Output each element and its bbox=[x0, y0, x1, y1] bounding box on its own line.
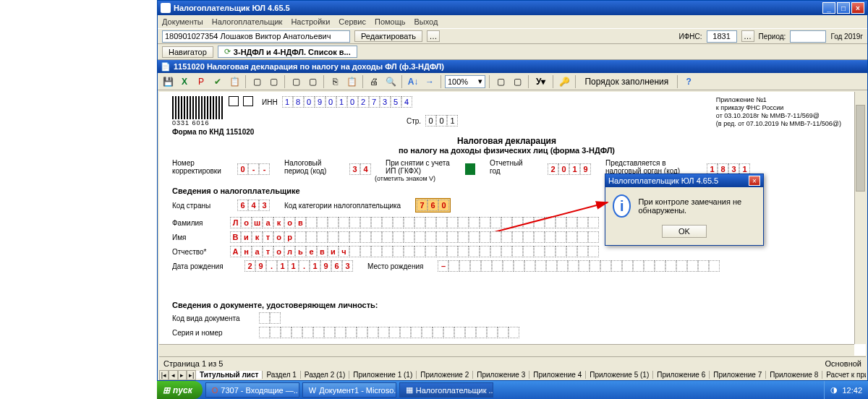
tab-prev-button[interactable]: ◂ bbox=[169, 370, 178, 380]
task-2[interactable]: WДокумент1 - Microso... bbox=[302, 382, 396, 398]
copy-icon[interactable]: ⎘ bbox=[328, 74, 342, 89]
country-value[interactable]: 643 bbox=[237, 200, 270, 211]
doc-icon: 📄 bbox=[161, 62, 171, 72]
menu-help[interactable]: Помощь bbox=[375, 17, 406, 26]
excel-icon[interactable]: X bbox=[177, 74, 192, 89]
tool-d-icon[interactable]: ▢ bbox=[305, 74, 320, 89]
menu-exit[interactable]: Выход bbox=[414, 17, 438, 26]
ip-checkbox[interactable] bbox=[465, 163, 475, 175]
tab-last-button[interactable]: ▸| bbox=[187, 370, 196, 380]
tool-c-icon[interactable]: ▢ bbox=[289, 74, 303, 89]
ok-button[interactable]: OK bbox=[662, 225, 707, 238]
sheet-tab[interactable]: Приложение 4 bbox=[529, 371, 586, 379]
zoom-select[interactable]: 100%▾ bbox=[445, 75, 485, 88]
print-icon[interactable]: 🖨 bbox=[367, 74, 381, 89]
app-task-icon: ▦ bbox=[406, 385, 413, 395]
opera-icon: O bbox=[212, 386, 218, 395]
edit-button[interactable]: Редактировать bbox=[354, 30, 422, 42]
checkbox-1[interactable] bbox=[229, 96, 239, 106]
dialog-close-button[interactable]: × bbox=[749, 176, 760, 186]
doc-toolbar: 💾 X Р ✔ 📋 ▢ ▢ ▢ ▢ ⎘ 📋 🖨 🔍 A↓ → 100%▾ ▢ ▢… bbox=[158, 73, 867, 90]
tab-next-button[interactable]: ▸ bbox=[178, 370, 187, 380]
menu-taxpayer[interactable]: Налогоплательщик bbox=[212, 17, 283, 26]
cat-label: Код категории налогоплательщика bbox=[284, 202, 401, 210]
infobar: Редактировать … ИФНС: … Период: Год 2019… bbox=[158, 28, 867, 44]
docsn-value[interactable] bbox=[259, 327, 519, 338]
patr-value[interactable]: Анатольевич bbox=[230, 246, 599, 257]
navigator-button[interactable]: Навигатор bbox=[162, 46, 213, 58]
pob-value[interactable]: – bbox=[438, 260, 720, 272]
system-tray[interactable]: ◑ 12:42 bbox=[824, 381, 868, 399]
sheet-tab[interactable]: Приложение 8 bbox=[766, 371, 822, 379]
key-icon[interactable]: 🔑 bbox=[557, 74, 571, 89]
year-value[interactable]: 2019 bbox=[548, 163, 591, 175]
organ-label: Представляется в налоговый орган (код) bbox=[605, 159, 692, 175]
horizontal-scrollbar[interactable] bbox=[159, 344, 854, 356]
menu-settings[interactable]: Настройки bbox=[291, 17, 330, 26]
name-label: Имя bbox=[172, 233, 230, 241]
cfg1-icon[interactable]: ▢ bbox=[493, 74, 508, 89]
dob-value[interactable]: 29.11.1963 bbox=[244, 260, 353, 272]
sheet-tab[interactable]: Приложение 5 (1) bbox=[586, 371, 653, 379]
checkbox-2[interactable] bbox=[243, 96, 253, 106]
sheet-tab[interactable]: Расчет к прил.1 bbox=[822, 371, 866, 379]
help-icon[interactable]: ? bbox=[681, 74, 696, 89]
tool-b-icon[interactable]: ▢ bbox=[266, 74, 281, 89]
sheet-tab[interactable]: Раздел 1 bbox=[263, 371, 300, 379]
refresh-icon[interactable]: Р bbox=[194, 74, 208, 89]
sheet-tab[interactable]: Приложение 1 (1) bbox=[349, 371, 417, 379]
sheet-tab[interactable]: Титульный лист bbox=[196, 371, 263, 379]
taxpayer-more-button[interactable]: … bbox=[427, 30, 440, 42]
sheet-tab[interactable]: Приложение 3 bbox=[473, 371, 529, 379]
corr-label: Номер корректировки bbox=[172, 159, 223, 175]
task-1[interactable]: O7307 - Входящие —... bbox=[205, 382, 299, 398]
vertical-scrollbar[interactable] bbox=[854, 92, 866, 344]
close-button[interactable]: × bbox=[851, 2, 864, 14]
statusbar: Страница 1 из 5 Основной bbox=[159, 356, 866, 369]
taxpayer-field[interactable] bbox=[162, 30, 350, 43]
paste-icon[interactable]: 📋 bbox=[344, 74, 359, 89]
nav-tab-label: 3-НДФЛ и 4-НДФЛ. Список в... bbox=[234, 48, 351, 56]
clock: 12:42 bbox=[842, 386, 862, 395]
taxperiod-label: Налоговый период (код) bbox=[284, 159, 335, 175]
patr-label: Отчество* bbox=[172, 248, 230, 256]
tab-first-button[interactable]: |◂ bbox=[159, 370, 169, 380]
surname-value[interactable]: Лошаков bbox=[230, 217, 599, 228]
cfg2-icon[interactable]: ▢ bbox=[510, 74, 524, 89]
fill-order-button[interactable]: Порядок заполнения bbox=[579, 74, 673, 89]
period-field[interactable] bbox=[790, 30, 826, 43]
surname-label: Фамилия bbox=[172, 219, 230, 227]
stamp-icon[interactable]: 📋 bbox=[227, 74, 242, 89]
sheet-tab[interactable]: Приложение 6 bbox=[653, 371, 710, 379]
actions-button[interactable]: У ▾ bbox=[532, 74, 549, 89]
doccode-value[interactable] bbox=[259, 312, 281, 324]
ifns-field[interactable] bbox=[707, 30, 737, 43]
doccode-label: Код вида документа bbox=[172, 314, 259, 322]
maximize-button[interactable]: □ bbox=[837, 2, 850, 14]
year-label: Год 2019г bbox=[830, 33, 863, 40]
menu-documents[interactable]: Документы bbox=[162, 17, 203, 26]
sheet-tab[interactable]: Раздел 2 (1) bbox=[301, 371, 349, 379]
knd-label: Форма по КНД 1151020 bbox=[172, 128, 841, 136]
ifns-more-button[interactable]: … bbox=[741, 30, 754, 42]
task-3[interactable]: ▦Налогоплательщик ... bbox=[399, 382, 493, 398]
country-label: Код страны bbox=[172, 202, 223, 210]
start-button[interactable]: ⊞ пуск bbox=[157, 381, 203, 399]
corr-value[interactable]: 0-- bbox=[237, 163, 270, 175]
active-nav-tab[interactable]: ⟳ 3-НДФЛ и 4-НДФЛ. Список в... bbox=[218, 46, 357, 58]
cat-value[interactable]: 760 bbox=[415, 198, 451, 213]
name-value[interactable]: Виктор bbox=[230, 231, 599, 243]
taxperiod-value[interactable]: 34 bbox=[349, 163, 371, 175]
menu-service[interactable]: Сервис bbox=[339, 17, 366, 26]
sheet-tab[interactable]: Приложение 2 bbox=[417, 371, 473, 379]
save-icon[interactable]: 💾 bbox=[161, 74, 175, 89]
tool-a-icon[interactable]: ▢ bbox=[250, 74, 264, 89]
minimize-button[interactable]: _ bbox=[822, 2, 835, 14]
check-icon[interactable]: ✔ bbox=[210, 74, 225, 89]
sheet-tab[interactable]: Приложение 7 bbox=[710, 371, 766, 379]
dialog-title: Налогоплательщик ЮЛ 4.65.5 bbox=[608, 176, 718, 185]
goto-icon[interactable]: → bbox=[422, 74, 437, 89]
preview-icon[interactable]: 🔍 bbox=[383, 74, 398, 89]
form-heading: Налоговая декларация bbox=[172, 136, 841, 146]
find-icon[interactable]: A↓ bbox=[406, 74, 420, 89]
